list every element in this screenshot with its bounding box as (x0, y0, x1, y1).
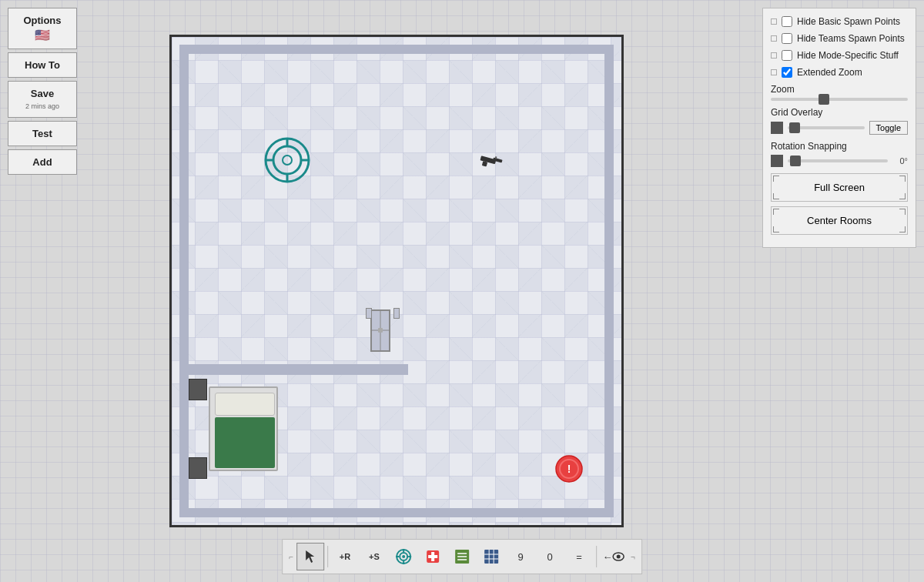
tool-num0[interactable]: 0 (536, 543, 564, 570)
tool-3-wrapper (390, 543, 417, 570)
red-spawn-point: ! (555, 455, 583, 483)
svg-point-1 (273, 146, 301, 174)
flag-icon: 🇺🇸 (35, 28, 50, 42)
tool-add-r[interactable]: +R (331, 543, 359, 570)
tool-sep-2 (596, 546, 597, 567)
fullscreen-corner-tr (899, 176, 906, 182)
howto-button[interactable]: How To (8, 52, 77, 78)
left-sidebar: Options 🇺🇸 How To Save 2 mins ago Test A… (8, 8, 77, 175)
rotation-slider-row: 0° (771, 155, 908, 167)
cursor-tool[interactable] (296, 543, 324, 570)
save-timestamp: 2 mins ago (25, 102, 59, 110)
center-corner-tl (773, 209, 779, 215)
tool-health[interactable] (419, 543, 447, 570)
corner-bl (771, 52, 777, 59)
toolbar-corner-left: ⌐ (289, 553, 293, 561)
zoom-slider-row (771, 98, 908, 101)
fullscreen-corner-tl (773, 176, 779, 182)
rotation-value: 0° (892, 156, 908, 166)
door-handle-right (393, 308, 400, 319)
svg-text:!: ! (567, 463, 571, 475)
extended-zoom-checkbox[interactable] (782, 67, 792, 78)
tool-equals[interactable]: = (565, 543, 593, 570)
zoom-slider-track[interactable] (771, 98, 908, 101)
rotation-label: Rotation Snapping (771, 141, 908, 152)
corner-br (771, 69, 777, 75)
grid-overlay-row: Toggle (771, 121, 908, 135)
toggle-button[interactable]: Toggle (869, 121, 908, 135)
map-area[interactable]: ! (169, 35, 624, 527)
center-corner-bl (773, 226, 779, 232)
grid-color-box[interactable] (771, 122, 783, 134)
svg-rect-32 (484, 550, 498, 564)
hide-mode-label: Hide Mode-Specific Stuff (797, 50, 899, 61)
hide-basic-spawn-row: Hide Basic Spawn Points (771, 16, 908, 27)
toolbar-corner-right: ¬ (631, 553, 635, 561)
door-shaft (370, 309, 390, 352)
grid-slider-track[interactable] (788, 126, 865, 129)
center-corner-br (899, 226, 906, 232)
extended-zoom-row: Extended Zoom (771, 67, 908, 78)
fullscreen-button[interactable]: Full Screen (771, 173, 908, 202)
tool-add-s[interactable]: +S (360, 543, 388, 570)
hide-teams-spawn-row: Hide Teams Spawn Points (771, 33, 908, 44)
spawn-crosshair (264, 137, 310, 183)
tool-view[interactable]: ← (600, 543, 628, 570)
rotation-slider-thumb[interactable] (790, 156, 801, 166)
corner-tl (771, 18, 777, 25)
right-panel: Hide Basic Spawn Points Hide Teams Spawn… (762, 8, 916, 248)
svg-point-2 (283, 156, 292, 165)
rotation-color-box[interactable] (771, 155, 783, 167)
rotation-slider-track[interactable] (788, 159, 888, 162)
corner-tr (771, 35, 777, 42)
inner-wall-h (189, 364, 408, 375)
tool-spawn[interactable] (390, 543, 417, 570)
zoom-slider-thumb[interactable] (819, 94, 829, 105)
zoom-label: Zoom (771, 84, 908, 95)
hide-teams-spawn-checkbox[interactable] (782, 33, 792, 44)
options-button[interactable]: Options 🇺🇸 (8, 8, 77, 49)
svg-point-38 (617, 555, 621, 559)
svg-point-20 (402, 555, 405, 558)
tool-5-wrapper (448, 543, 476, 570)
tool-sep-1 (327, 546, 328, 567)
svg-rect-27 (428, 555, 437, 558)
tool-num9[interactable]: 9 (507, 543, 534, 570)
hide-mode-checkbox[interactable] (782, 50, 792, 61)
extended-zoom-label: Extended Zoom (797, 67, 862, 78)
tool-2-wrapper: +S (360, 543, 388, 570)
bottom-toolbar: ⌐ +R +S (282, 539, 642, 574)
tool-6-wrapper (477, 543, 505, 570)
tool-list[interactable] (448, 543, 476, 570)
svg-rect-13 (378, 328, 383, 333)
tool-4-wrapper (419, 543, 447, 570)
fullscreen-corner-bl (773, 193, 779, 199)
test-button[interactable]: Test (8, 121, 77, 146)
bed-area (189, 379, 281, 479)
center-rooms-button[interactable]: Center Rooms (771, 206, 908, 235)
door-handle-left (366, 308, 372, 319)
grid-overlay-label: Grid Overlay (771, 107, 908, 118)
numbered-tools: 9 0 = (507, 543, 593, 570)
hide-mode-row: Hide Mode-Specific Stuff (771, 50, 908, 61)
svg-marker-17 (306, 550, 314, 563)
tool-grid2[interactable] (477, 543, 505, 570)
fullscreen-corner-br (899, 193, 906, 199)
hide-teams-spawn-label: Hide Teams Spawn Points (797, 33, 905, 44)
tool-1-wrapper: +R (331, 543, 359, 570)
hide-basic-spawn-label: Hide Basic Spawn Points (797, 16, 900, 27)
options-label: Options (23, 15, 61, 26)
center-corner-tr (899, 209, 906, 215)
grid-slider-thumb[interactable] (789, 122, 800, 133)
add-button[interactable]: Add (8, 149, 77, 175)
save-button[interactable]: Save 2 mins ago (8, 81, 77, 118)
hide-basic-spawn-checkbox[interactable] (782, 16, 792, 27)
